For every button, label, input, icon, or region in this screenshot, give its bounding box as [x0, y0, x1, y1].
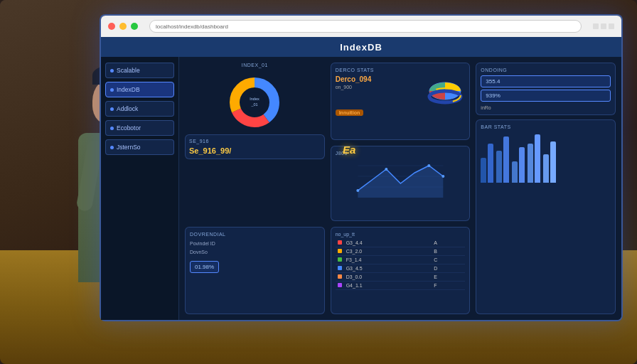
table-row: G3_4.5D: [336, 264, 466, 273]
app-title: IndexDB: [340, 42, 382, 53]
vbar-group-1: [481, 144, 493, 183]
vertical-bar-chart-card: Bar Stats: [476, 119, 616, 314]
bottom-title: Dovrendial: [190, 232, 320, 237]
close-button[interactable]: [108, 23, 115, 30]
ondoing-title: ondoing: [481, 68, 611, 73]
dashboard-overlay: localhost/indexdb/dashboard IndexDB Scal…: [100, 14, 623, 321]
data-table: G3_4.4A C3_2.0B F3_1.4C: [336, 239, 466, 290]
ondoing-card: ondoing 355.4 939% inRo: [476, 63, 616, 115]
bottom-line2: DovnSo: [190, 248, 320, 256]
stats-value: Se_916_99/: [189, 146, 321, 155]
line-chart-area: [336, 159, 466, 198]
annotation-label: Ea: [343, 144, 355, 156]
svg-point-16: [427, 164, 430, 167]
table-row: G4_1.1F: [336, 282, 466, 290]
derco-title: Derco Stats: [336, 68, 466, 73]
dashboard-content: Scalable IndexDB Addlock Ecobotor Jstern…: [101, 57, 621, 320]
title-bar: IndexDB: [101, 37, 621, 57]
vertical-bar-chart: [481, 133, 611, 183]
vbar-group-2: [496, 136, 509, 183]
donut-chart-section: Index_01 Index _01 Se_916: [185, 63, 325, 221]
sidebar: Scalable IndexDB Addlock Ecobotor Jstern…: [101, 57, 179, 320]
bottom-section: Dovrendial Povindel ID DovnSo 01.98%: [185, 227, 325, 314]
sidebar-item-scalable[interactable]: Scalable: [105, 63, 174, 78]
table-header: no_up_tt: [336, 232, 466, 239]
bottom-percentage: 01.98%: [190, 261, 219, 273]
table-row: D3_0.0E: [336, 273, 466, 282]
badge-innuition: Innuition: [336, 109, 364, 116]
legend-inline: Innuition: [336, 109, 466, 116]
svg-point-17: [441, 175, 444, 178]
main-content-grid: Index_01 Index _01 Se_916: [179, 57, 621, 320]
value2-box: 939%: [481, 90, 611, 102]
derco-value: Derco_094: [336, 75, 372, 83]
data-table-card: no_up_tt G3_4.4A C3_2.0B: [331, 227, 471, 314]
vbar-title: Bar Stats: [481, 124, 611, 129]
sidebar-item-addlock[interactable]: Addlock: [105, 101, 174, 117]
pie-chart-3d: [426, 75, 465, 107]
address-bar[interactable]: localhost/indexdb/dashboard: [149, 20, 582, 33]
table-row: G3_4.4A: [336, 239, 466, 247]
sidebar-dot: [110, 107, 114, 111]
vbar-group-3: [512, 147, 525, 183]
sidebar-dot: [110, 69, 114, 73]
donut-title: Index_01: [242, 63, 268, 68]
sidebar-item-indexdb[interactable]: IndexDB: [105, 82, 174, 97]
derco-sub: on_900: [336, 85, 372, 90]
table-row: F3_1.4C: [336, 256, 466, 264]
sidebar-item-ecobotor[interactable]: Ecobotor: [105, 120, 174, 136]
sidebar-dot: [110, 146, 114, 149]
data-table-section: no_up_tt G3_4.4A C3_2.0B: [331, 227, 471, 314]
bar-chart-card: J808: [331, 146, 471, 222]
browser-window: Dashboard: [0, 0, 637, 364]
svg-marker-13: [358, 166, 443, 198]
maximize-button[interactable]: [131, 23, 138, 30]
bottom-line1: Povindel ID: [190, 240, 320, 247]
right-panel: ondoing 355.4 939% inRo Bar Stats: [476, 63, 616, 314]
stats-title: Se_916: [189, 139, 321, 144]
vbar-group-4: [528, 134, 540, 183]
vbar-group-5: [543, 141, 556, 183]
svg-point-15: [385, 168, 387, 171]
bottom-info-card: Dovrendial Povindel ID DovnSo 01.98%: [185, 227, 325, 314]
donut-chart: Index _01: [226, 74, 283, 131]
middle-top-card: Derco Stats Derco_094 on_900: [331, 63, 471, 140]
derco-card: Derco Stats Derco_094 on_900: [331, 63, 471, 140]
table-row: C3_2.0B: [336, 247, 466, 256]
value1-box: 355.4: [481, 75, 611, 87]
svg-point-14: [356, 189, 359, 192]
sidebar-dot: [110, 127, 114, 130]
browser-chrome: localhost/indexdb/dashboard: [101, 16, 621, 37]
bar-chart-section: J808: [331, 146, 471, 222]
sidebar-dot: [110, 88, 114, 92]
svg-text:_01: _01: [251, 102, 258, 107]
main-stats-card: Se_916 Se_916_99/: [185, 134, 325, 159]
sidebar-item-jsternso[interactable]: JsternSo: [105, 139, 174, 155]
svg-text:Index: Index: [250, 97, 260, 101]
minimize-button[interactable]: [119, 23, 127, 30]
inro-label: inRo: [481, 105, 611, 110]
